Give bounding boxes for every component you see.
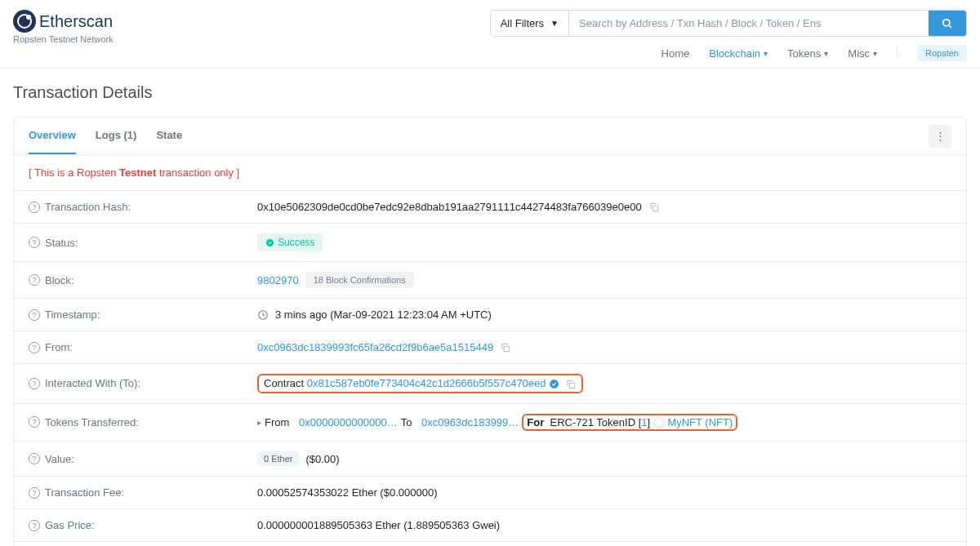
check-circle-icon xyxy=(265,238,274,247)
caret-icon: ▸ xyxy=(257,418,261,427)
logo-icon xyxy=(13,10,36,33)
filter-dropdown[interactable]: All Filters ▼ xyxy=(491,11,569,36)
divider xyxy=(897,47,898,60)
transfer-from-link[interactable]: 0x0000000000000… xyxy=(299,416,398,428)
chevron-down-icon: ▾ xyxy=(764,49,768,58)
help-icon[interactable]: ? xyxy=(29,274,40,286)
label-block: Block: xyxy=(45,274,74,286)
token-name-link[interactable]: MyNFT (NFT) xyxy=(667,416,733,428)
contract-prefix: Contract xyxy=(264,377,304,389)
row-hash: ?Transaction Hash: 0x10e5062309de0cd0be7… xyxy=(14,191,966,224)
svg-rect-5 xyxy=(504,346,509,351)
label-status: Status: xyxy=(45,237,78,249)
svg-point-3 xyxy=(266,238,274,246)
chevron-down-icon: ▾ xyxy=(873,49,877,58)
row-block: ?Block: 9802970 18 Block Confirmations xyxy=(14,262,966,299)
network-badge[interactable]: Ropsten xyxy=(917,45,967,61)
transfer-to-link[interactable]: 0xc0963dc183999… xyxy=(421,416,519,428)
nav-misc[interactable]: Misc ▾ xyxy=(848,47,877,60)
nav-tokens[interactable]: Tokens ▾ xyxy=(787,47,828,60)
row-transfer: ?Tokens Transferred: ▸ From 0x0000000000… xyxy=(14,404,966,442)
verified-icon xyxy=(549,379,559,389)
transfer-from-label: From xyxy=(265,416,289,428)
label-from: From: xyxy=(45,341,73,353)
row-timestamp: ?Timestamp: 3 mins ago (Mar-09-2021 12:2… xyxy=(14,299,966,331)
help-icon[interactable]: ? xyxy=(29,202,40,213)
tab-overview[interactable]: Overview xyxy=(29,118,76,154)
svg-point-0 xyxy=(943,19,950,25)
nav-blockchain[interactable]: Blockchain ▾ xyxy=(709,47,768,60)
more-icon: ⋮ xyxy=(935,130,946,142)
svg-rect-2 xyxy=(653,206,657,211)
logo-text: Etherscan xyxy=(39,12,113,31)
label-gas: Gas Price: xyxy=(45,519,95,531)
tab-state[interactable]: State xyxy=(156,118,182,154)
label-transfer: Tokens Transferred: xyxy=(45,416,139,428)
logo[interactable]: Etherscan xyxy=(13,10,114,33)
network-subtitle: Ropsten Testnet Network xyxy=(13,34,114,44)
txn-hash: 0x10e5062309de0cd0be7edc92e8dbab191aa279… xyxy=(257,201,642,213)
copy-icon[interactable] xyxy=(565,379,577,390)
value-usd: ($0.00) xyxy=(305,453,339,465)
page-title: Transaction Details xyxy=(0,69,980,117)
label-timestamp: Timestamp: xyxy=(45,309,100,321)
label-to: Interacted With (To): xyxy=(45,377,140,389)
token-icon xyxy=(653,417,665,428)
transfer-to-label: To xyxy=(401,416,412,428)
chevron-down-icon: ▾ xyxy=(824,49,828,58)
clock-icon xyxy=(257,309,269,321)
to-highlight: Contract 0x81c587eb0fe773404c42c1d2666b5… xyxy=(257,374,583,393)
confirmations-badge: 18 Block Confirmations xyxy=(305,272,414,288)
search-bar: All Filters ▼ xyxy=(490,10,967,37)
to-address-link[interactable]: 0x81c587eb0fe773404c42c1d2666b5f557c470e… xyxy=(307,377,546,389)
help-icon[interactable]: ? xyxy=(29,416,40,428)
nav-home[interactable]: Home xyxy=(662,47,690,60)
help-icon[interactable]: ? xyxy=(29,487,40,499)
copy-icon[interactable] xyxy=(500,342,511,353)
help-icon[interactable]: ? xyxy=(29,309,40,321)
svg-line-1 xyxy=(949,24,951,27)
block-link[interactable]: 9802970 xyxy=(257,274,299,286)
gas-value: 0.000000001889505363 Ether (1.889505363 … xyxy=(257,519,500,531)
tab-logs[interactable]: Logs (1) xyxy=(96,118,137,154)
more-button[interactable]: ⋮ xyxy=(929,125,951,148)
label-fee: Transaction Fee: xyxy=(45,486,124,499)
label-value: Value: xyxy=(45,453,74,465)
help-icon[interactable]: ? xyxy=(29,237,40,248)
chevron-down-icon: ▼ xyxy=(550,19,559,28)
show-more-button[interactable]: Click to see More ↓ xyxy=(14,542,966,546)
tabs: Overview Logs (1) State ⋮ xyxy=(14,118,966,155)
token-id-link[interactable]: 1 xyxy=(641,416,647,428)
svg-point-6 xyxy=(550,380,559,388)
testnet-notice: [ This is a Ropsten Testnet transaction … xyxy=(14,155,966,191)
main-nav: Home Blockchain ▾ Tokens ▾ Misc ▾ Ropste… xyxy=(662,45,967,68)
value-badge: 0 Ether xyxy=(257,451,299,466)
row-from: ?From: 0xc0963dc1839993fc65fa26cd2f9b6ae… xyxy=(14,331,966,364)
from-address-link[interactable]: 0xc0963dc1839993fc65fa26cd2f9b6ae5a15154… xyxy=(257,341,493,353)
row-status: ?Status: Success xyxy=(14,224,966,262)
label-hash: Transaction Hash: xyxy=(45,201,131,213)
search-input[interactable] xyxy=(569,11,929,36)
row-gas: ?Gas Price: 0.000000001889505363 Ether (… xyxy=(14,509,966,542)
token-highlight: For ERC-721 TokenID [1] MyNFT (NFT) xyxy=(522,414,737,432)
help-icon[interactable]: ? xyxy=(29,378,40,389)
row-fee: ?Transaction Fee: 0.00052574353022 Ether… xyxy=(14,477,966,509)
svg-rect-7 xyxy=(570,383,575,388)
copy-icon[interactable] xyxy=(648,202,660,213)
help-icon[interactable]: ? xyxy=(29,520,40,531)
row-to: ?Interacted With (To): Contract 0x81c587… xyxy=(14,364,966,404)
search-icon xyxy=(942,18,953,29)
status-badge: Success xyxy=(257,233,323,251)
help-icon[interactable]: ? xyxy=(29,453,40,464)
timestamp-value: 3 mins ago (Mar-09-2021 12:23:04 AM +UTC… xyxy=(275,309,492,321)
fee-value: 0.00052574353022 Ether ($0.000000) xyxy=(257,486,437,499)
help-icon[interactable]: ? xyxy=(29,342,40,353)
transaction-card: Overview Logs (1) State ⋮ [ This is a Ro… xyxy=(13,117,967,546)
row-value: ?Value: 0 Ether ($0.00) xyxy=(14,442,966,477)
filter-label: All Filters xyxy=(501,17,544,29)
search-button[interactable] xyxy=(929,11,966,36)
